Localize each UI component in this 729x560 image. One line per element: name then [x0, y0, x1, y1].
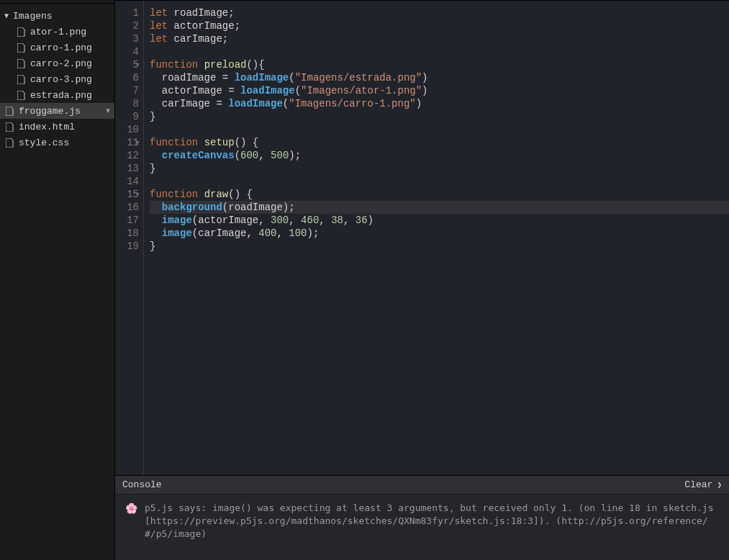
line-number: 15▼: [115, 188, 139, 201]
line-number: 7: [115, 84, 139, 97]
code-line[interactable]: image(carImage, 400, 100);: [150, 227, 729, 240]
file-label: carro-3.png: [30, 74, 92, 85]
code-line[interactable]: }: [150, 240, 729, 253]
code-line[interactable]: let roadImage;: [150, 6, 729, 19]
main-area: 12345▼67891011▼12131415▼16171819 let roa…: [115, 0, 729, 560]
file-icon: [4, 138, 14, 148]
code-line[interactable]: image(actorImage, 300, 460, 38, 36): [150, 214, 729, 227]
code-line[interactable]: roadImage = loadImage("Imagens/estrada.p…: [150, 71, 729, 84]
line-number: 9: [115, 110, 139, 123]
file-icon: [4, 122, 14, 132]
console-message-text: p5.js says: image() was expecting at lea…: [145, 502, 719, 541]
line-number: 12: [115, 149, 139, 162]
file-icon: [4, 107, 14, 116]
console-title: Console: [122, 479, 684, 490]
code-line[interactable]: carImage = loadImage("Imagens/carro-1.pn…: [150, 97, 729, 110]
code-line[interactable]: [150, 123, 729, 136]
code-line[interactable]: function setup() {: [150, 136, 729, 149]
folder-imagens[interactable]: ▼ Imagens: [0, 8, 114, 24]
file-label: carro-1.png: [30, 42, 92, 53]
fold-icon[interactable]: ▼: [136, 137, 140, 150]
console-clear-button[interactable]: Clear ❯: [684, 479, 722, 490]
folder-expand-icon: ▼: [4, 12, 12, 20]
file-label: carro-2.png: [30, 58, 92, 69]
clear-label: Clear: [684, 479, 712, 490]
file-icon: [16, 43, 26, 53]
file-label: index.html: [19, 122, 75, 132]
file-item[interactable]: index.html: [0, 119, 114, 135]
code-line[interactable]: function draw() {: [150, 188, 729, 201]
folder-label: Imagens: [13, 11, 53, 22]
file-menu-icon[interactable]: ▼: [106, 107, 110, 115]
code-line[interactable]: function preload(){: [150, 58, 729, 71]
line-number: 5▼: [115, 58, 139, 71]
console-header: Console Clear ❯: [115, 476, 729, 494]
file-icon: [16, 91, 26, 100]
code-line[interactable]: [150, 45, 729, 58]
file-item[interactable]: ator-1.png: [0, 24, 114, 40]
fold-icon[interactable]: ▼: [136, 189, 140, 202]
line-number: 17: [115, 214, 139, 227]
line-number: 16: [115, 201, 139, 214]
app-root: ▼ Imagens ator-1.pngcarro-1.pngcarro-2.p…: [0, 0, 729, 560]
file-icon: [16, 59, 26, 68]
line-number: 3: [115, 32, 139, 45]
flower-icon: 🌸: [125, 502, 137, 515]
line-number: 11▼: [115, 136, 139, 149]
file-label: estrada.png: [30, 90, 92, 101]
line-number: 6: [115, 71, 139, 84]
file-sidebar: ▼ Imagens ator-1.pngcarro-1.pngcarro-2.p…: [0, 0, 115, 560]
file-item[interactable]: estrada.png: [0, 87, 114, 103]
file-item[interactable]: froggame.js▼: [0, 103, 114, 119]
line-number: 13: [115, 162, 139, 175]
code-line[interactable]: [150, 175, 729, 188]
file-tree: ▼ Imagens ator-1.pngcarro-1.pngcarro-2.p…: [0, 4, 114, 150]
code-line[interactable]: let carImage;: [150, 32, 729, 45]
code-editor[interactable]: 12345▼67891011▼12131415▼16171819 let roa…: [115, 1, 729, 476]
code-area[interactable]: let roadImage;let actorImage;let carImag…: [144, 1, 729, 475]
line-number: 4: [115, 45, 139, 58]
line-number: 8: [115, 97, 139, 110]
line-gutter: 12345▼67891011▼12131415▼16171819: [115, 1, 144, 475]
file-label: style.css: [19, 137, 69, 148]
code-line[interactable]: let actorImage;: [150, 19, 729, 32]
file-label: ator-1.png: [30, 27, 86, 37]
line-number: 1: [115, 6, 139, 19]
file-icon: [16, 27, 26, 37]
fold-icon[interactable]: ▼: [136, 59, 140, 72]
file-item[interactable]: carro-1.png: [0, 40, 114, 55]
file-item[interactable]: carro-2.png: [0, 55, 114, 71]
line-number: 2: [115, 19, 139, 32]
code-line[interactable]: }: [150, 110, 729, 123]
line-number: 19: [115, 240, 139, 253]
line-number: 10: [115, 123, 139, 136]
console-panel: Console Clear ❯ 🌸 p5.js says: image() wa…: [115, 476, 729, 560]
line-number: 18: [115, 227, 139, 240]
code-line[interactable]: actorImage = loadImage("Imagens/ator-1.p…: [150, 84, 729, 97]
file-item[interactable]: style.css: [0, 135, 114, 150]
chevron-down-icon: ❯: [717, 480, 722, 489]
console-message-row: 🌸 p5.js says: image() was expecting at l…: [125, 502, 719, 541]
file-item[interactable]: carro-3.png: [0, 71, 114, 87]
file-icon: [16, 75, 26, 84]
code-line[interactable]: createCanvas(600, 500);: [150, 149, 729, 162]
file-label: froggame.js: [19, 106, 81, 117]
code-line[interactable]: }: [150, 162, 729, 175]
console-body: 🌸 p5.js says: image() was expecting at l…: [115, 494, 729, 560]
line-number: 14: [115, 175, 139, 188]
code-line[interactable]: background(roadImage);: [150, 201, 729, 214]
